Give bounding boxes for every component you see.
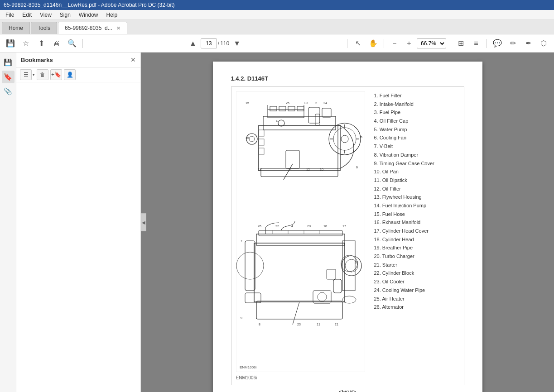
menu-help[interactable]: Help bbox=[103, 11, 121, 19]
part-18: 18. Cylinder Head bbox=[374, 235, 434, 244]
parts-list: 1. Fuel Filter 2. Intake-Manifold 3. Fue… bbox=[374, 91, 434, 311]
user-bookmark-button[interactable]: 👤 bbox=[64, 69, 76, 80]
fit-page-button[interactable]: ⊞ bbox=[454, 37, 467, 50]
section-title: 1.4.2. D1146T bbox=[231, 75, 464, 82]
highlight-button[interactable]: ✏ bbox=[506, 37, 520, 50]
share-button[interactable]: ⬡ bbox=[537, 37, 550, 50]
cursor-tool-button[interactable]: ↖ bbox=[351, 37, 365, 50]
delete-bookmark-button[interactable]: 🗑 bbox=[37, 69, 48, 80]
search-button[interactable]: 🔍 bbox=[65, 37, 79, 50]
left-bookmark-icon[interactable]: 🔖 bbox=[2, 71, 14, 83]
svg-text:18: 18 bbox=[355, 261, 358, 264]
svg-text:7: 7 bbox=[241, 239, 242, 243]
part-25: 25. Air Heater bbox=[374, 295, 434, 303]
part-26: 26. Alternator bbox=[374, 303, 434, 311]
part-21: 21. Starter bbox=[374, 261, 434, 269]
sidebar-content bbox=[16, 82, 140, 392]
total-pages: 110 bbox=[220, 40, 229, 47]
part-11: 11. Oil Dipstick bbox=[374, 176, 434, 185]
svg-text:17: 17 bbox=[342, 225, 346, 228]
dropdown-arrow: ▾ bbox=[33, 72, 35, 77]
page-navigation: ▲ / 110 ▼ bbox=[186, 37, 244, 50]
tab-home[interactable]: Home bbox=[2, 22, 30, 34]
sidebar-close-button[interactable]: ✕ bbox=[130, 56, 136, 63]
bookmark-button[interactable]: ☆ bbox=[19, 37, 33, 50]
menu-edit[interactable]: Edit bbox=[19, 11, 35, 19]
sidebar-title: Bookmarks bbox=[21, 57, 53, 63]
comment-button[interactable]: 💬 bbox=[491, 37, 504, 50]
zoom-out-button[interactable]: − bbox=[388, 37, 401, 50]
separator-5 bbox=[487, 39, 487, 48]
svg-text:12: 12 bbox=[306, 168, 310, 171]
part-3: 3. Fuel Pipe bbox=[374, 108, 434, 117]
part-14: 14. Fuel Injection Pump bbox=[374, 201, 434, 210]
zoom-in-button[interactable]: + bbox=[402, 37, 416, 50]
scroll-mode-button[interactable]: ≡ bbox=[469, 37, 483, 50]
left-attach-icon[interactable]: 📎 bbox=[2, 85, 14, 98]
sign-button[interactable]: ✒ bbox=[521, 37, 535, 50]
left-save-icon[interactable]: 💾 bbox=[2, 56, 14, 69]
pdf-page: 1.4.2. D1146T bbox=[213, 62, 482, 392]
add-bookmark-button[interactable]: +🔖 bbox=[50, 69, 62, 80]
toolbar: 💾 ☆ ⬆ 🖨 🔍 ▲ / 110 ▼ ↖ ✋ − + 66.7% 50% 75… bbox=[0, 34, 554, 53]
engine-svg: 15 25 19 2 24 5 6 16 4 14 12 10 bbox=[236, 91, 365, 372]
menu-sign[interactable]: Sign bbox=[56, 11, 74, 19]
part-17: 17. Cylinder Head Cover bbox=[374, 227, 434, 235]
svg-text:4: 4 bbox=[291, 225, 293, 228]
tab-bar: Home Tools 65-99892-8035_d... ✕ bbox=[0, 20, 554, 34]
tab-tools[interactable]: Tools bbox=[31, 22, 57, 34]
tab-document[interactable]: 65-99892-8035_d... ✕ bbox=[58, 22, 127, 34]
next-page-button[interactable]: ▼ bbox=[230, 37, 244, 50]
part-20: 20. Turbo Charger bbox=[374, 252, 434, 261]
part-6: 6. Cooling Fan bbox=[374, 134, 434, 142]
part-5: 5. Water Pump bbox=[374, 125, 434, 134]
part-22: 22. Cylinder Block bbox=[374, 269, 434, 277]
separator-2 bbox=[347, 39, 347, 48]
part-2: 2. Intake-Manifold bbox=[374, 100, 434, 109]
part-7: 7. V-Belt bbox=[374, 142, 434, 151]
tab-close-button[interactable]: ✕ bbox=[116, 25, 120, 31]
part-13: 13. Flywheel Housing bbox=[374, 193, 434, 201]
svg-text:2: 2 bbox=[315, 101, 317, 105]
page-number-input[interactable] bbox=[201, 38, 217, 48]
svg-text:6: 6 bbox=[356, 166, 358, 169]
svg-text:ENM1006i: ENM1006i bbox=[240, 365, 257, 369]
part-1: 1. Fuel Filter bbox=[374, 91, 434, 100]
content-area[interactable]: ◀ 1.4.2. D1146T bbox=[141, 53, 554, 392]
hand-tool-button[interactable]: ✋ bbox=[366, 37, 380, 50]
part-19: 19. Breather Pipe bbox=[374, 244, 434, 252]
svg-text:22: 22 bbox=[275, 225, 279, 228]
left-icon-panel: 💾 🔖 📎 bbox=[0, 53, 16, 392]
svg-rect-0 bbox=[236, 91, 365, 372]
svg-text:11: 11 bbox=[317, 323, 320, 326]
part-16: 16. Exhaust Manifold bbox=[374, 218, 434, 227]
zoom-select[interactable]: 66.7% 50% 75% 100% 125% bbox=[417, 38, 446, 48]
zoom-controls: − + 66.7% 50% 75% 100% 125% bbox=[388, 37, 446, 50]
engine-diagram: 15 25 19 2 24 5 6 16 4 14 12 10 bbox=[236, 91, 365, 380]
svg-text:24: 24 bbox=[323, 101, 327, 105]
svg-text:8: 8 bbox=[259, 323, 260, 326]
svg-text:4: 4 bbox=[276, 120, 278, 123]
upload-button[interactable]: ⬆ bbox=[34, 37, 48, 50]
part-4: 4. Oil Filler Cap bbox=[374, 117, 434, 125]
page-separator: / bbox=[218, 40, 219, 47]
separator-3 bbox=[384, 39, 384, 48]
title-bar: 65-99892-8035_d1146n__LowRes.pdf - Adobe… bbox=[0, 0, 554, 10]
title-text: 65-99892-8035_d1146n__LowRes.pdf - Adobe… bbox=[4, 2, 175, 8]
list-format-button[interactable]: ☰ bbox=[20, 69, 32, 80]
menu-window[interactable]: Window bbox=[75, 11, 102, 19]
menu-file[interactable]: File bbox=[2, 11, 18, 19]
save-button[interactable]: 💾 bbox=[4, 37, 17, 50]
svg-text:16: 16 bbox=[246, 136, 249, 139]
collapse-panel-handle[interactable]: ◀ bbox=[141, 213, 146, 231]
svg-text:15: 15 bbox=[246, 101, 249, 105]
separator-4 bbox=[450, 39, 450, 48]
svg-text:13: 13 bbox=[258, 168, 261, 171]
diagram-container: 15 25 19 2 24 5 6 16 4 14 12 10 bbox=[231, 86, 464, 385]
list-format-dropdown[interactable]: ☰ ▾ bbox=[20, 69, 35, 80]
menu-view[interactable]: View bbox=[36, 11, 55, 19]
sidebar-header: Bookmarks ✕ bbox=[16, 53, 140, 67]
svg-text:9: 9 bbox=[241, 316, 242, 320]
prev-page-button[interactable]: ▲ bbox=[186, 37, 200, 50]
print-button[interactable]: 🖨 bbox=[50, 37, 63, 50]
